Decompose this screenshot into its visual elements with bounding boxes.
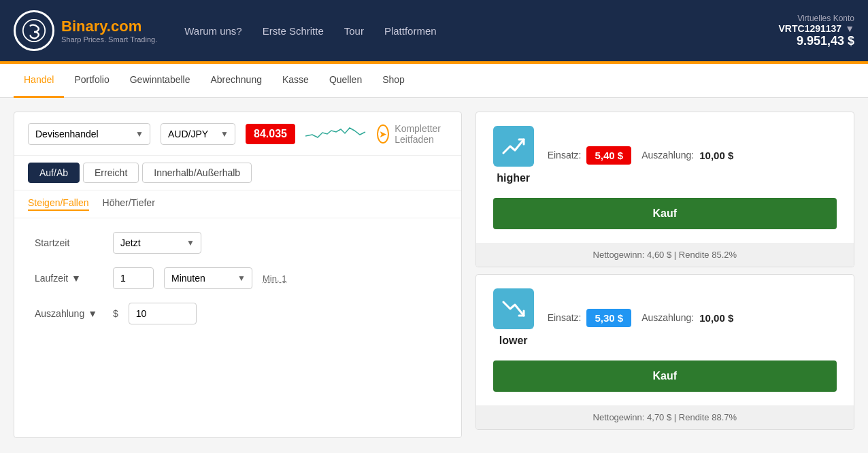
logo-icon bbox=[14, 10, 54, 51]
nav-tour[interactable]: Tour bbox=[344, 25, 364, 37]
lower-card-main: lower Einsatz: 5,30 $ Auszahlung: 10,00 … bbox=[476, 275, 854, 360]
higher-footer: Nettogewinn: 4,60 $ | Rendite 85.2% bbox=[476, 243, 854, 267]
startzeit-label: Startzeit bbox=[35, 237, 103, 248]
sub-nav: Handel Portfolio Gewinntabelle Abrechnun… bbox=[0, 64, 868, 98]
lower-einsatz-label: Einsatz: bbox=[548, 312, 582, 323]
lower-auszahlung-field: Auszahlung: 10,00 $ bbox=[641, 312, 733, 324]
lower-buy-button[interactable]: Kauf bbox=[493, 360, 837, 392]
instrument-row: Devisenhandel ▼ AUD/JPY ▼ 84.035 ➤ Kompl… bbox=[14, 112, 461, 156]
subnav-quellen[interactable]: Quellen bbox=[319, 64, 372, 98]
min-label: Min. 1 bbox=[263, 273, 286, 284]
sparkline-chart bbox=[305, 122, 367, 145]
tabs-row: Auf/Ab Erreicht Innerhalb/Außerhalb bbox=[14, 156, 461, 190]
subnav-portfolio[interactable]: Portfolio bbox=[64, 64, 119, 98]
guide-button[interactable]: ➤ Kompletter Leitfaden bbox=[377, 123, 448, 145]
subnav-gewinntabelle[interactable]: Gewinntabelle bbox=[120, 64, 201, 98]
higher-direction-label: higher bbox=[493, 172, 534, 184]
lower-auszahlung-value: 10,00 $ bbox=[699, 312, 733, 324]
account-area: Virtuelles Konto VRTC1291137 ▼ 9.951,43 … bbox=[779, 14, 854, 48]
higher-einsatz-label: Einsatz: bbox=[548, 150, 582, 161]
tab-aufab[interactable]: Auf/Ab bbox=[28, 163, 80, 183]
lower-auszahlung-label: Auszahlung: bbox=[641, 312, 694, 323]
laufzeit-arrow-icon: ▼ bbox=[71, 273, 81, 284]
logo-text: Binary.com Sharp Prices. Smart Trading. bbox=[61, 18, 157, 44]
higher-einsatz-field: Einsatz: 5,40 $ bbox=[548, 146, 632, 165]
laufzeit-row: Laufzeit ▼ Minuten ▼ Min. 1 bbox=[35, 267, 441, 289]
lower-footer: Nettogewinn: 4,70 $ | Rendite 88.7% bbox=[476, 405, 854, 429]
lower-einsatz-field: Einsatz: 5,30 $ bbox=[548, 309, 632, 327]
auszahlung-label[interactable]: Auszahlung ▼ bbox=[35, 308, 103, 319]
laufzeit-unit-wrap: Minuten ▼ bbox=[164, 267, 252, 289]
subnav-kasse[interactable]: Kasse bbox=[272, 64, 319, 98]
nav-erste[interactable]: Erste Schritte bbox=[263, 25, 324, 37]
lower-card: lower Einsatz: 5,30 $ Auszahlung: 10,00 … bbox=[475, 274, 854, 430]
account-dropdown-arrow: ▼ bbox=[845, 23, 854, 34]
price-badge: 84.035 bbox=[246, 124, 295, 144]
nav-plattformen[interactable]: Plattformen bbox=[384, 25, 437, 37]
higher-buy-button[interactable]: Kauf bbox=[493, 198, 837, 229]
subtab-hoeher[interactable]: Höher/Tiefer bbox=[103, 197, 155, 211]
higher-card: higher Einsatz: 5,40 $ Auszahlung: 10,00… bbox=[475, 112, 854, 267]
higher-einsatz-value[interactable]: 5,40 $ bbox=[586, 146, 631, 165]
startzeit-select[interactable]: Jetzt bbox=[113, 232, 201, 254]
higher-auszahlung-value: 10,00 $ bbox=[699, 150, 733, 161]
brand-name: Binary.com bbox=[61, 18, 157, 35]
higher-auszahlung-field: Auszahlung: 10,00 $ bbox=[641, 150, 733, 161]
startzeit-select-wrap: Jetzt ▼ bbox=[113, 232, 201, 254]
higher-trade-info: Einsatz: 5,40 $ Auszahlung: 10,00 $ bbox=[548, 146, 837, 165]
header: Binary.com Sharp Prices. Smart Trading. … bbox=[0, 0, 868, 61]
main-content: Devisenhandel ▼ AUD/JPY ▼ 84.035 ➤ Kompl… bbox=[0, 98, 868, 452]
pair-select[interactable]: AUD/JPY bbox=[161, 123, 235, 145]
lower-direction-label: lower bbox=[493, 335, 534, 347]
tab-innerhalb[interactable]: Innerhalb/Außerhalb bbox=[142, 163, 252, 183]
subnav-handel[interactable]: Handel bbox=[14, 64, 64, 98]
startzeit-row: Startzeit Jetzt ▼ bbox=[35, 232, 441, 254]
dollar-sign: $ bbox=[113, 308, 118, 319]
laufzeit-input[interactable] bbox=[113, 267, 154, 289]
lower-icon bbox=[493, 288, 534, 329]
auszahlung-row: Auszahlung ▼ $ bbox=[35, 303, 441, 324]
account-balance: 9.951,43 $ bbox=[797, 34, 854, 48]
sub-tabs-row: Steigen/Fallen Höher/Tiefer bbox=[14, 190, 461, 218]
account-label: Virtuelles Konto bbox=[797, 14, 854, 23]
form-section: Startzeit Jetzt ▼ Laufzeit ▼ Minuten bbox=[14, 218, 461, 352]
subnav-shop[interactable]: Shop bbox=[372, 64, 415, 98]
payout-input[interactable] bbox=[129, 303, 197, 324]
tab-erreicht[interactable]: Erreicht bbox=[83, 163, 139, 183]
lower-trade-info: Einsatz: 5,30 $ Auszahlung: 10,00 $ bbox=[548, 309, 837, 327]
nav-warum[interactable]: Warum uns? bbox=[184, 25, 241, 37]
pair-select-wrap: AUD/JPY ▼ bbox=[161, 123, 235, 145]
higher-auszahlung-label: Auszahlung: bbox=[641, 150, 694, 161]
account-id[interactable]: VRTC1291137 ▼ bbox=[779, 23, 854, 34]
laufzeit-label[interactable]: Laufzeit ▼ bbox=[35, 273, 103, 284]
left-panel: Devisenhandel ▼ AUD/JPY ▼ 84.035 ➤ Kompl… bbox=[14, 112, 462, 438]
main-nav: Warum uns? Erste Schritte Tour Plattform… bbox=[184, 25, 778, 37]
category-select[interactable]: Devisenhandel bbox=[28, 123, 150, 145]
tagline: Sharp Prices. Smart Trading. bbox=[61, 35, 157, 44]
higher-icon bbox=[493, 126, 534, 167]
category-select-wrap: Devisenhandel ▼ bbox=[28, 123, 150, 145]
subtab-steigen[interactable]: Steigen/Fallen bbox=[28, 197, 89, 211]
subnav-abrechnung[interactable]: Abrechnung bbox=[200, 64, 272, 98]
guide-label: Kompletter Leitfaden bbox=[395, 123, 447, 145]
laufzeit-unit-select[interactable]: Minuten bbox=[164, 267, 252, 289]
logo-area: Binary.com Sharp Prices. Smart Trading. bbox=[14, 10, 157, 51]
lower-einsatz-value[interactable]: 5,30 $ bbox=[586, 309, 631, 327]
higher-card-main: higher Einsatz: 5,40 $ Auszahlung: 10,00… bbox=[476, 112, 854, 198]
auszahlung-arrow-icon: ▼ bbox=[88, 308, 97, 319]
right-panel: higher Einsatz: 5,40 $ Auszahlung: 10,00… bbox=[475, 112, 854, 438]
guide-icon: ➤ bbox=[377, 124, 389, 144]
